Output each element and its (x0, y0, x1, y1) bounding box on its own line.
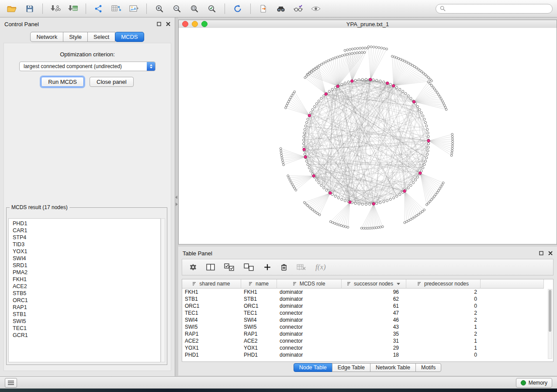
column-sort-icon (193, 282, 197, 286)
float-panel-icon[interactable] (157, 22, 161, 26)
close-panel-icon[interactable] (548, 251, 553, 255)
close-panel-icon[interactable] (166, 22, 170, 26)
table-row[interactable]: YOX1YOX1connector291 (182, 344, 544, 351)
tab-mcds[interactable]: MCDS (115, 32, 144, 42)
table-row[interactable]: SWI4SWI4dominator462 (182, 316, 544, 323)
mcds-result-item[interactable]: FKH1 (13, 276, 160, 283)
unselect-all-columns-button[interactable] (244, 263, 254, 271)
table-row[interactable]: RAP1RAP1dominator352 (182, 330, 544, 337)
tab-select[interactable]: Select (87, 32, 115, 42)
table-row[interactable]: STB1STB1dominator620 (182, 296, 544, 303)
cell-predecessors: 2 (406, 289, 481, 296)
mcds-result-scrollbar[interactable] (161, 218, 165, 362)
tab-network-table[interactable]: Network Table (370, 363, 416, 372)
mcds-result-item[interactable]: SRD1 (13, 262, 160, 269)
run-mcds-button[interactable]: Run MCDS (41, 77, 84, 87)
refresh-icon (233, 4, 242, 13)
cell-shared-name: TEC1 (182, 309, 241, 316)
tab-style[interactable]: Style (63, 32, 88, 42)
scrollbar-thumb[interactable] (549, 290, 551, 332)
import-network-button[interactable] (48, 2, 63, 15)
table-row[interactable]: TEC1TEC1connector472 (182, 309, 544, 316)
zoom-in-button[interactable] (152, 2, 167, 15)
mcds-result-item[interactable]: SWI5 (13, 318, 160, 325)
mcds-result-item[interactable]: TEC1 (13, 325, 160, 332)
table-settings-button[interactable] (189, 263, 197, 271)
search-box[interactable] (436, 4, 553, 14)
zoom-fit-button[interactable] (187, 2, 202, 15)
tab-network[interactable]: Network (30, 32, 63, 42)
mcds-result-item[interactable]: PHD1 (13, 220, 160, 227)
mcds-result-item[interactable]: STB1 (13, 311, 160, 318)
memory-button[interactable]: Memory (516, 378, 552, 388)
table-scrollbar[interactable] (548, 289, 552, 359)
zoom-selected-icon (208, 4, 216, 13)
table-row[interactable]: PHD1PHD1dominator180 (182, 351, 544, 358)
mcds-result-item[interactable]: PMA2 (13, 269, 160, 276)
network-window-title: YPA_prune.txt_1 (179, 21, 557, 28)
network-window-titlebar[interactable]: YPA_prune.txt_1 (179, 20, 557, 28)
mcds-result-item[interactable]: STP4 (13, 234, 160, 241)
mcds-result-item[interactable]: ACE2 (13, 283, 160, 290)
table-row[interactable]: ORC1ORC1dominator610 (182, 303, 544, 309)
main-toolbar (0, 0, 557, 17)
tab-motifs[interactable]: Motifs (415, 363, 441, 372)
select-all-columns-button[interactable] (224, 263, 235, 271)
export-document-button[interactable] (256, 2, 271, 15)
export-network-button[interactable] (91, 2, 107, 15)
cell-successors: 47 (342, 309, 406, 316)
eye-button[interactable] (308, 2, 324, 15)
column-header-mcds-role[interactable]: MCDS role (277, 279, 342, 289)
cell-filler (481, 296, 544, 303)
cell-role: connector (277, 337, 342, 344)
cell-filler (481, 351, 544, 358)
mcds-result-item[interactable]: CAR1 (13, 227, 160, 234)
mcds-result-item[interactable]: ORC1 (13, 297, 160, 304)
vertical-splitter[interactable] (175, 17, 178, 376)
column-header-predecessor-nodes[interactable]: predecessor nodes (406, 279, 481, 289)
collapse-left-icon[interactable] (175, 196, 177, 199)
zoom-out-button[interactable] (169, 2, 185, 15)
add-column-button[interactable] (263, 263, 271, 271)
mcds-result-item[interactable]: TID3 (13, 241, 160, 248)
delete-column-button[interactable] (280, 263, 287, 271)
optimization-criterion-dropdown[interactable]: largest connected component (undirected) (19, 62, 156, 71)
import-table-button[interactable] (65, 2, 81, 15)
cell-filler (481, 344, 544, 351)
close-panel-button[interactable]: Close panel (90, 77, 134, 87)
tab-node-table[interactable]: Node Table (294, 363, 332, 372)
save-button[interactable] (22, 2, 38, 15)
mcds-result-item[interactable]: STB5 (13, 290, 160, 297)
network-canvas[interactable] (179, 28, 557, 244)
float-panel-icon[interactable] (539, 251, 543, 255)
refresh-button[interactable] (230, 2, 246, 15)
zoom-selected-button[interactable] (204, 2, 220, 15)
memory-status-icon (521, 380, 526, 385)
open-file-button[interactable] (4, 2, 20, 15)
diagnostics-button[interactable] (291, 2, 306, 15)
toolbar-separator (146, 3, 147, 14)
tab-edge-table[interactable]: Edge Table (332, 363, 370, 372)
open-file-icon (7, 4, 17, 13)
status-menu-button[interactable] (5, 378, 17, 388)
network-table-button[interactable] (108, 2, 124, 15)
network-window: YPA_prune.txt_1 (178, 20, 557, 244)
mcds-result-item[interactable]: GCR1 (13, 332, 160, 339)
column-header-successor-nodes[interactable]: successor nodes (342, 279, 406, 289)
delete-table-button[interactable] (297, 264, 306, 271)
network-image-button[interactable] (126, 2, 142, 15)
mcds-result-item[interactable]: SWI4 (13, 255, 160, 262)
table-row[interactable]: SWI5SWI5connector431 (182, 323, 544, 330)
mcds-result-item[interactable]: RAP1 (13, 304, 160, 311)
network-graph[interactable] (179, 28, 557, 244)
column-header-name[interactable]: name (241, 279, 277, 289)
collapse-right-icon[interactable] (176, 203, 178, 206)
function-builder-button[interactable]: f(x) (315, 263, 326, 272)
table-row[interactable]: ACE2ACE2connector311 (182, 337, 544, 344)
column-header-shared-name[interactable]: shared name (182, 279, 241, 289)
search-network-button[interactable] (273, 2, 289, 15)
search-input[interactable] (448, 5, 548, 12)
mcds-result-item[interactable]: YOX1 (13, 248, 160, 255)
show-columns-button[interactable] (206, 263, 215, 271)
table-row[interactable]: FKH1FKH1dominator962 (182, 289, 544, 296)
